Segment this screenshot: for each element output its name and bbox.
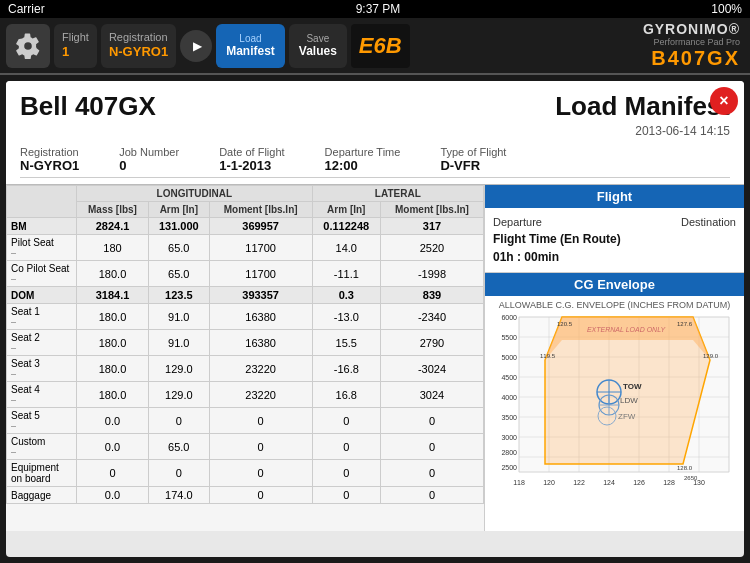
svg-text:5000: 5000 — [501, 354, 517, 361]
svg-text:EXTERNAL LOAD ONLY: EXTERNAL LOAD ONLY — [587, 326, 667, 333]
row-data-cell: 15.5 — [312, 330, 380, 356]
svg-text:126: 126 — [633, 479, 645, 486]
row-label-cell: Equipment on board — [7, 460, 77, 487]
row-data-cell: 14.0 — [312, 235, 380, 261]
row-data-cell: 0 — [209, 460, 312, 487]
job-number-label: Job Number — [119, 146, 179, 158]
row-data-cell: 0.0 — [77, 434, 149, 460]
departure-label: Departure — [493, 216, 542, 228]
table-row: Co Pilot Seat–180.065.011700-11.1-1998 — [7, 261, 484, 287]
document-area: × Bell 407GX Load Manifest 2013-06-14 14… — [6, 81, 744, 557]
row-data-cell: 23220 — [209, 356, 312, 382]
table-row: Seat 2–180.091.01638015.52790 — [7, 330, 484, 356]
svg-text:5500: 5500 — [501, 334, 517, 341]
type-of-flight-value: D-VFR — [440, 158, 506, 173]
svg-text:3000: 3000 — [501, 434, 517, 441]
row-data-cell: 0 — [209, 434, 312, 460]
load-manifest-button[interactable]: Load Manifest — [216, 24, 285, 68]
row-data-cell: 180.0 — [77, 382, 149, 408]
svg-text:3500: 3500 — [501, 414, 517, 421]
flight-nav-item[interactable]: Flight 1 — [54, 24, 97, 68]
battery-text: 100% — [711, 2, 742, 16]
right-panel: Flight Departure Destination Flight Time… — [484, 185, 744, 531]
model-name: B407GX — [651, 47, 740, 70]
time-text: 9:37 PM — [356, 2, 401, 16]
carrier-text: Carrier — [8, 2, 45, 16]
document-header: Bell 407GX Load Manifest 2013-06-14 14:1… — [6, 81, 744, 185]
row-label-cell: Seat 2– — [7, 330, 77, 356]
row-data-cell: 0 — [380, 460, 483, 487]
row-data-cell: -2340 — [380, 304, 483, 330]
row-data-cell: 3184.1 — [77, 287, 149, 304]
svg-text:2500: 2500 — [501, 464, 517, 471]
save-label-top: Save — [306, 33, 329, 44]
row-data-cell: -3024 — [380, 356, 483, 382]
row-label-cell: Pilot Seat– — [7, 235, 77, 261]
play-button[interactable] — [180, 30, 212, 62]
brand-name: GYRONIMO® — [643, 21, 740, 37]
load-label-bot: Manifest — [226, 44, 275, 58]
row-data-cell: 16.8 — [312, 382, 380, 408]
settings-button[interactable] — [6, 24, 50, 68]
document-title: Load Manifest — [555, 91, 730, 122]
registration-nav-item[interactable]: Registration N-GYRO1 — [101, 24, 176, 68]
row-data-cell: -11.1 — [312, 261, 380, 287]
document-metadata: Registration N-GYRO1 Job Number 0 Date o… — [20, 146, 730, 178]
row-label-cell: DOM — [7, 287, 77, 304]
row-data-cell: 393357 — [209, 287, 312, 304]
row-data-cell: -1998 — [380, 261, 483, 287]
row-label-cell: Co Pilot Seat– — [7, 261, 77, 287]
cg-chart-title: ALLOWABLE C.G. ENVELOPE (INCHES FROM DAT… — [489, 300, 740, 310]
row-data-cell: 16380 — [209, 304, 312, 330]
brand-sub: Performance Pad Pro — [653, 37, 740, 47]
main-content-area: LONGITUDINAL LATERAL Mass [lbs] Arm [In]… — [6, 185, 744, 531]
svg-text:6000: 6000 — [501, 314, 517, 321]
lat-moment-header: Moment [lbs.In] — [380, 202, 483, 218]
save-values-button[interactable]: Save Values — [289, 24, 347, 68]
row-label-cell: Seat 3– — [7, 356, 77, 382]
row-data-cell: 0 — [380, 487, 483, 504]
close-button[interactable]: × — [710, 87, 738, 115]
table-body: BM2824.1131.0003699570.112248317Pilot Se… — [7, 218, 484, 504]
flight-section-header: Flight — [485, 185, 744, 208]
row-data-cell: 180 — [77, 235, 149, 261]
date-of-flight-label: Date of Flight — [219, 146, 284, 158]
row-data-cell: 0 — [312, 408, 380, 434]
row-data-cell: 180.0 — [77, 330, 149, 356]
destination-label: Destination — [681, 216, 736, 228]
table-row: Seat 3–180.0129.023220-16.8-3024 — [7, 356, 484, 382]
date-of-flight-value: 1-1-2013 — [219, 158, 284, 173]
departure-time-label: Departure Time — [325, 146, 401, 158]
row-label-cell: Seat 1– — [7, 304, 77, 330]
row-data-cell: -16.8 — [312, 356, 380, 382]
flight-time-value: 01h : 00min — [493, 250, 736, 264]
row-data-cell: 3024 — [380, 382, 483, 408]
row-data-cell: 0 — [380, 434, 483, 460]
svg-text:120: 120 — [543, 479, 555, 486]
registration-label: Registration — [109, 31, 168, 44]
row-data-cell: 0 — [209, 487, 312, 504]
longitudinal-header: LONGITUDINAL — [77, 186, 313, 202]
e6b-text: E6B — [359, 33, 402, 59]
lateral-header: LATERAL — [312, 186, 483, 202]
row-data-cell: 2824.1 — [77, 218, 149, 235]
table-row: Equipment on board00000 — [7, 460, 484, 487]
row-data-cell: 129.0 — [148, 382, 209, 408]
row-label-cell: Seat 5– — [7, 408, 77, 434]
registration-meta-value: N-GYRO1 — [20, 158, 79, 173]
table-row: Baggage0.0174.0000 — [7, 487, 484, 504]
item-column-header — [7, 186, 77, 218]
svg-text:128.0: 128.0 — [677, 465, 693, 471]
table-row: Seat 4–180.0129.02322016.83024 — [7, 382, 484, 408]
registration-meta-label: Registration — [20, 146, 79, 158]
svg-text:ZFW: ZFW — [618, 412, 636, 421]
row-data-cell: 91.0 — [148, 304, 209, 330]
type-of-flight-field: Type of Flight D-VFR — [440, 146, 506, 173]
svg-text:128: 128 — [663, 479, 675, 486]
svg-text:2800: 2800 — [501, 449, 517, 456]
svg-text:120.5: 120.5 — [557, 321, 573, 327]
save-label-bot: Values — [299, 44, 337, 58]
weight-balance-table-area[interactable]: LONGITUDINAL LATERAL Mass [lbs] Arm [In]… — [6, 185, 484, 531]
table-row: Custom–0.065.0000 — [7, 434, 484, 460]
flight-label: Flight — [62, 31, 89, 44]
